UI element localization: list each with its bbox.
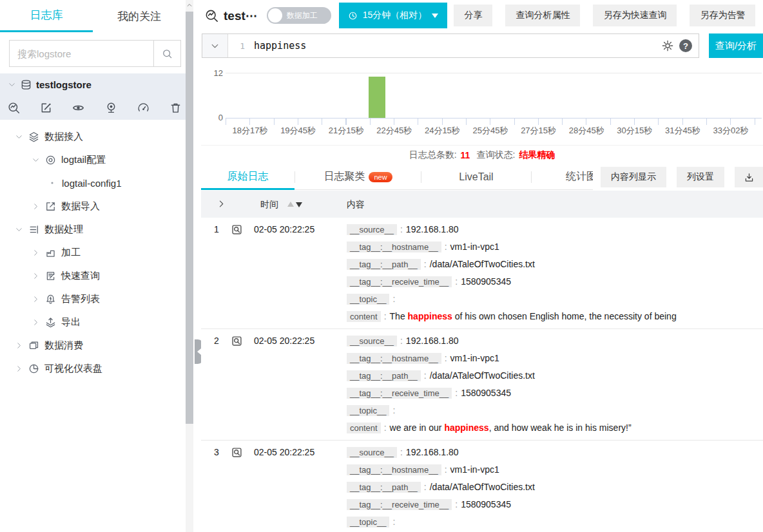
log-field-key[interactable]: content	[347, 311, 381, 322]
settings-gear-icon[interactable]	[662, 40, 673, 52]
context-view-icon[interactable]	[231, 223, 243, 236]
log-field: __source__:192.168.1.80	[347, 221, 763, 238]
topbar: test⋯ 数据加工 15分钟（相对） 分享查询分析属性另存为快速查询另存为告警	[201, 0, 763, 31]
log-field-key[interactable]: __tag__:__receive_time__	[347, 388, 452, 399]
search-icon[interactable]	[153, 41, 180, 66]
download-icon[interactable]	[735, 167, 763, 187]
sidebar-scrollbar[interactable]	[186, 0, 193, 532]
chevron-down-icon	[14, 133, 23, 141]
log-field-key[interactable]: __topic__	[347, 517, 389, 527]
log-field-key[interactable]: __source__	[347, 224, 397, 235]
result-action-0[interactable]: 内容列显示	[601, 167, 666, 187]
result-tab-0[interactable]: 原始日志	[201, 164, 295, 189]
tree-item[interactable]: logtail配置	[0, 148, 193, 171]
result-tab-2[interactable]: LiveTail	[421, 164, 531, 189]
tab-logstore[interactable]: 日志库	[0, 0, 93, 32]
help-icon[interactable]: ?	[679, 39, 692, 52]
sort-asc-icon[interactable]	[287, 202, 294, 207]
context-view-icon[interactable]	[231, 446, 243, 459]
x-tick-label: 30分15秒	[609, 125, 661, 137]
consume-icon	[28, 340, 39, 351]
log-field-key[interactable]: __tag__:__hostname__	[347, 242, 441, 252]
log-field-key[interactable]: __tag__:__hostname__	[347, 464, 441, 475]
run-query-button[interactable]: 查询/分析	[709, 33, 763, 58]
time-range-label: 15分钟（相对）	[363, 10, 427, 21]
gauge-icon[interactable]	[137, 102, 150, 114]
target-icon	[45, 155, 56, 166]
expand-all-icon[interactable]	[217, 199, 226, 209]
tree-item[interactable]: 告警列表	[0, 287, 193, 310]
topbar-button-0[interactable]: 分享	[454, 5, 492, 26]
histogram-bar[interactable]	[369, 77, 385, 118]
sort-desc-icon[interactable]	[296, 202, 302, 207]
scrollbar-thumb[interactable]	[186, 12, 193, 424]
editor-collapse-icon[interactable]	[202, 34, 228, 57]
field-colon: :	[445, 464, 447, 475]
tree-item[interactable]: 数据导入	[0, 195, 193, 218]
logstore-tree: 数据接入logtail配置logtail-config1数据导入数据处理加工快速…	[0, 120, 193, 380]
tree-item[interactable]: 数据处理	[0, 218, 193, 241]
log-field: __tag__:__hostname__:vm1-in-vpc1	[347, 350, 763, 367]
histogram: 12 0 18分17秒19分45秒21分15秒22分45秒24分15秒25分45…	[201, 61, 763, 145]
field-value: 192.168.1.80	[406, 224, 459, 234]
time-range-button[interactable]: 15分钟（相对）	[339, 3, 448, 28]
logstore-search-input[interactable]	[10, 41, 153, 66]
log-field-key[interactable]: __source__	[347, 336, 397, 347]
log-field-key[interactable]: __tag__:__hostname__	[347, 353, 441, 364]
log-field: __tag__:__receive_time__:1580905345	[347, 273, 763, 290]
tree-item[interactable]: 加工	[0, 241, 193, 264]
log-field: content:we are in our happiness, and how…	[347, 419, 763, 437]
line-number: 1	[228, 41, 245, 51]
log-field-key[interactable]: __tag__:__path__	[347, 259, 421, 270]
log-field: __tag__:__path__:/data/ATaleOfTwoCities.…	[347, 256, 763, 273]
logstore-row[interactable]: testlogstore	[0, 73, 193, 95]
column-content: 内容	[347, 199, 365, 211]
sort-icons[interactable]	[287, 202, 302, 207]
topbar-button-3[interactable]: 另存为告警	[690, 5, 755, 26]
tree-item-label: 告警列表	[61, 293, 100, 305]
chevron-down-icon	[31, 156, 40, 164]
context-view-icon[interactable]	[231, 335, 243, 347]
tree-item[interactable]: 可视化仪表盘	[0, 357, 193, 380]
tab-favorites[interactable]: 我的关注	[93, 0, 186, 32]
factory-icon	[45, 247, 56, 258]
log-field: __tag__:__receive_time__:1580905345	[347, 385, 763, 402]
import-icon	[45, 201, 56, 212]
topbar-button-1[interactable]: 查询分析属性	[505, 5, 580, 26]
field-value: we are in our	[390, 423, 445, 433]
log-field-key[interactable]: __tag__:__path__	[347, 370, 421, 381]
log-field-key[interactable]: __tag__:__receive_time__	[347, 499, 452, 510]
log-field-key[interactable]: __tag__:__receive_time__	[347, 276, 452, 287]
log-field-key[interactable]: __topic__	[347, 405, 389, 416]
log-field-key[interactable]: __tag__:__path__	[347, 482, 421, 493]
tree-item[interactable]: 数据消费	[0, 334, 193, 357]
chevron-down-icon[interactable]	[8, 81, 16, 89]
log-field-key[interactable]: content	[347, 423, 381, 433]
query-editor[interactable]: 1 happiness ?	[202, 33, 699, 58]
result-tab-1[interactable]: 日志聚类new	[295, 164, 421, 189]
edit-icon[interactable]	[40, 102, 52, 114]
tree-item[interactable]: 快速查询	[0, 264, 193, 287]
data-processing-toggle[interactable]: 数据加工	[267, 7, 331, 24]
highlight-term: happiness	[444, 423, 488, 433]
eye-icon[interactable]	[72, 102, 84, 114]
x-tick-label: 19分45秒	[273, 125, 324, 137]
trash-icon[interactable]	[169, 102, 182, 114]
tree-item[interactable]: logtail-config1	[0, 171, 193, 195]
field-colon: :	[424, 482, 427, 492]
result-action-1[interactable]: 列设置	[677, 167, 724, 187]
webcam-icon[interactable]	[105, 102, 117, 114]
tree-item[interactable]: 数据接入	[0, 125, 193, 148]
tree-item[interactable]: 导出	[0, 310, 193, 334]
page-title: test⋯	[224, 8, 258, 23]
log-field-key[interactable]: __topic__	[347, 294, 389, 305]
scroll-up-icon[interactable]	[186, 2, 193, 8]
caret-down-icon	[432, 14, 438, 21]
topbar-button-2[interactable]: 另存为快速查询	[593, 5, 677, 26]
result-tab-label: 原始日志	[227, 170, 269, 184]
query-input[interactable]: happiness	[254, 40, 662, 52]
query-chart-icon[interactable]	[8, 102, 20, 114]
field-colon: :	[445, 353, 447, 363]
log-field-key[interactable]: __source__	[347, 447, 397, 458]
topbar-actions: 分享查询分析属性另存为快速查询另存为告警	[447, 5, 755, 26]
